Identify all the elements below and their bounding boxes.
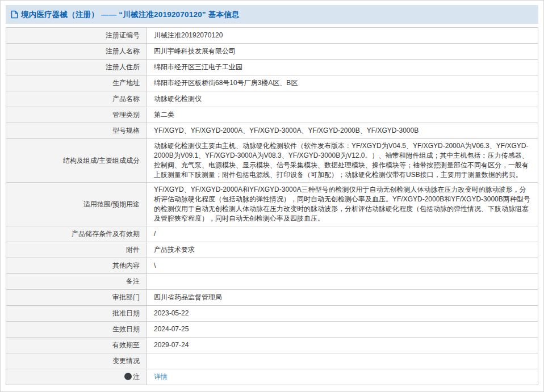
row-value: 2023-05-22 bbox=[147, 306, 538, 322]
row-value: 绵阳市经开区三江电子工业园 bbox=[147, 60, 538, 75]
row-value: YF/XGYD、YF/XGYD-2000A和YF/XGYD-3000A三种型号的… bbox=[147, 183, 538, 226]
table-row: 适用范围/预期用途YF/XGYD、YF/XGYD-2000A和YF/XGYD-3… bbox=[6, 183, 538, 226]
row-label: 批准日期 bbox=[6, 306, 147, 322]
table-row: 审批部门四川省药品监督管理局 bbox=[6, 290, 538, 306]
table-row: 注详情 bbox=[6, 369, 538, 385]
row-value: 四川宇峰科技发展有限公司 bbox=[147, 44, 538, 60]
row-value: 2029-07-24 bbox=[147, 338, 538, 353]
note-icon bbox=[124, 373, 132, 380]
table-row: 其他内容\ bbox=[6, 258, 538, 274]
table-row: 产品名称动脉硬化检测仪 bbox=[6, 91, 538, 107]
row-label: 注册证编号 bbox=[6, 28, 147, 44]
table-row: 有效期至2029-07-24 bbox=[6, 338, 538, 353]
row-label: 备注 bbox=[6, 274, 147, 290]
row-label: 管理类别 bbox=[6, 107, 147, 123]
row-label: 附件 bbox=[6, 242, 147, 258]
registration-info-table: 注册证编号川械注准20192070120注册人名称四川宇峰科技发展有限公司注册人… bbox=[6, 27, 538, 385]
row-value: 产品技术要求 bbox=[147, 242, 538, 258]
row-value: 绵阳市经开区板桥街68号10号厂房3楼A区、B区 bbox=[147, 75, 538, 91]
row-value: 动脉硬化检测仪主要由主机、动脉硬化检测软件（软件发布版本：YF/XGYD为V04… bbox=[147, 139, 538, 183]
row-value: / bbox=[147, 226, 538, 242]
row-label: 适用范围/预期用途 bbox=[6, 183, 147, 226]
row-value: \ bbox=[147, 258, 538, 274]
detail-link[interactable]: 详情 bbox=[154, 373, 168, 381]
row-label: 注 bbox=[6, 369, 147, 385]
page-header: 境内医疗器械（注册） —— “川械注准20192070120” 基本信息 bbox=[6, 5, 538, 24]
table-row: 管理类别第二类 bbox=[6, 107, 538, 123]
table-row: 注册证编号川械注准20192070120 bbox=[6, 28, 538, 44]
page-title: 境内医疗器械（注册） —— “川械注准20192070120” 基本信息 bbox=[21, 10, 240, 20]
table-row: 批准日期2023-05-22 bbox=[6, 306, 538, 322]
table-row: 产品储存条件及有效期/ bbox=[6, 226, 538, 242]
table-row: 注册人名称四川宇峰科技发展有限公司 bbox=[6, 44, 538, 60]
table-row: 型号规格YF/XGYD、YF/XGYD-2000A、YF/XGYD-3000A、… bbox=[6, 123, 538, 139]
row-value: YF/XGYD、YF/XGYD-2000A、YF/XGYD-3000A、YF/X… bbox=[147, 123, 538, 139]
row-value: 第二类 bbox=[147, 107, 538, 123]
row-value bbox=[147, 274, 538, 290]
row-label: 产品名称 bbox=[6, 91, 147, 107]
table-row: 变更情况 bbox=[6, 353, 538, 369]
row-value: 2024-07-25 bbox=[147, 322, 538, 338]
row-label: 型号规格 bbox=[6, 123, 147, 139]
row-value: 川械注准20192070120 bbox=[147, 28, 538, 44]
document-icon bbox=[11, 10, 18, 19]
row-label: 变更情况 bbox=[6, 353, 147, 369]
row-label: 生效日期 bbox=[6, 322, 147, 338]
table-row: 生产地址绵阳市经开区板桥街68号10号厂房3楼A区、B区 bbox=[6, 75, 538, 91]
row-label: 注册人住所 bbox=[6, 60, 147, 75]
table-row: 生效日期2024-07-25 bbox=[6, 322, 538, 338]
row-label: 产品储存条件及有效期 bbox=[6, 226, 147, 242]
row-value: 动脉硬化检测仪 bbox=[147, 91, 538, 107]
row-label: 有效期至 bbox=[6, 338, 147, 353]
row-label: 生产地址 bbox=[6, 75, 147, 91]
registration-info-page: 境内医疗器械（注册） —— “川械注准20192070120” 基本信息 注册证… bbox=[0, 0, 544, 392]
row-label: 结构及组成/主要组成成分 bbox=[6, 139, 147, 183]
row-value: 四川省药品监督管理局 bbox=[147, 290, 538, 306]
table-row: 注册人住所绵阳市经开区三江电子工业园 bbox=[6, 60, 538, 75]
row-value bbox=[147, 353, 538, 369]
info-table-body: 注册证编号川械注准20192070120注册人名称四川宇峰科技发展有限公司注册人… bbox=[6, 28, 538, 385]
row-label: 其他内容 bbox=[6, 258, 147, 274]
table-row: 附件产品技术要求 bbox=[6, 242, 538, 258]
row-label: 注册人名称 bbox=[6, 44, 147, 60]
row-value: 详情 bbox=[147, 369, 538, 385]
row-label: 审批部门 bbox=[6, 290, 147, 306]
table-row: 结构及组成/主要组成成分动脉硬化检测仪主要由主机、动脉硬化检测软件（软件发布版本… bbox=[6, 139, 538, 183]
table-row: 备注 bbox=[6, 274, 538, 290]
